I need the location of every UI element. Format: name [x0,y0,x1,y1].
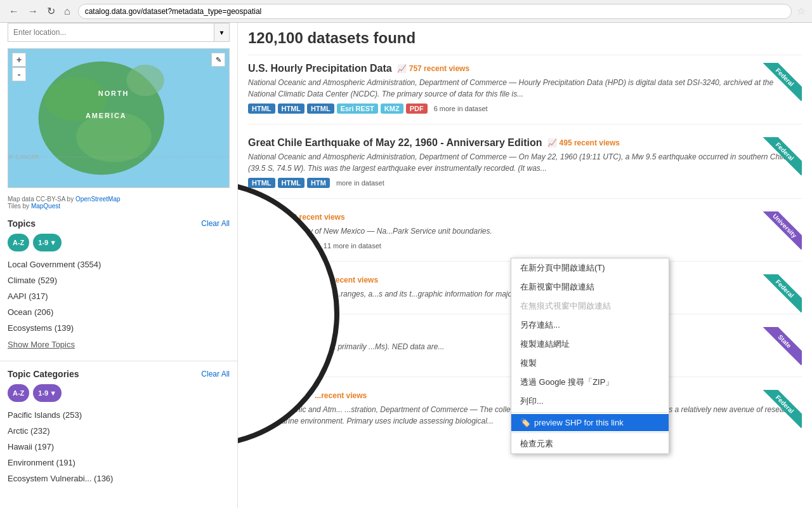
svg-text:NORTH: NORTH [98,90,129,97]
tag-html-1c[interactable]: HTML [307,104,334,114]
recent-views-6: ...recent views [315,391,367,400]
topic-categories-section: Topic Categories Clear All A-Z 1-9 ▼ Pac… [0,364,237,491]
home-button[interactable]: ⌂ [62,4,73,18]
recent-views-1: 📈 757 recent views [397,64,469,73]
tag-html-1a[interactable]: HTML [248,104,275,114]
filter-climate[interactable]: Climate (529) [8,272,230,288]
topics-section: Topics Clear All A-Z 1-9 ▼ Local Governm… [0,213,237,358]
tag-kmz-3[interactable]: KMZ [294,241,317,251]
filter-ecosystems[interactable]: Ecosystems (139) [8,320,230,336]
show-more-topics[interactable]: Show More Topics [8,336,230,353]
browser-controls: ← → ↻ ⌂ [6,4,73,18]
dataset-item-6: Federal Water Colu... ...recent views Na… [248,390,802,441]
trend-icon-4: 📈 [306,276,315,284]
tag-html-3[interactable]: HTM [269,241,292,251]
topics-badge-az[interactable]: A-Z [8,234,29,251]
dataset-link-6[interactable]: Water Colu... [248,390,310,401]
state-ribbon-5: State [761,327,802,365]
dataset-link-3[interactable]: Nati [248,211,267,223]
dataset-desc-5: ...seamless raster product primarily ...… [248,341,802,352]
map-attribution: Map data CC-BY-SA by OpenStreetMap Tiles… [0,194,237,213]
topic-categories-clear-all[interactable]: Clear All [201,370,230,378]
map-controls: + - [12,53,26,81]
tag-html-2c[interactable]: HTM [307,178,330,188]
tag-kmz-1[interactable]: KMZ [381,104,403,114]
dataset-item-3: University Nati 📈 342 recent views ...ce… [248,211,802,262]
back-button[interactable]: ← [6,4,22,18]
dataset-desc-6: National Oceanic and Atm... ...stration,… [248,404,802,427]
filter-aapi[interactable]: AAPI (317) [8,288,230,304]
tag-zip-3[interactable]: ZIP [248,241,266,251]
dataset-link-5[interactable]: Elev... [248,327,277,338]
topics-badge-row: A-Z 1-9 ▼ [8,234,230,251]
filter-ocean[interactable]: Ocean (206) [8,304,230,320]
recent-views-4: 📈 316 recent views [306,276,378,284]
dataset-link-2[interactable]: Great Chile Earthquake of May 22, 1960 -… [248,137,542,149]
dataset-title-3: Nati 📈 342 recent views [248,211,802,223]
mapquest-link[interactable]: MapQuest [31,203,60,210]
federal-badge-1: Federal [757,63,802,107]
map-zoom-out[interactable]: - [12,67,26,81]
filter-environment[interactable]: Environment (191) [8,455,230,471]
topics-filter-list: Local Government (3554) Climate (529) AA… [8,257,230,336]
map-image: NORTH AMERICA OF CANCER + - ✎ [8,49,229,187]
location-dropdown[interactable]: ▼ [214,23,230,42]
filter-pacific-islands[interactable]: Pacific Islands (253) [8,407,230,423]
dataset-link-4[interactable]: ...allation... [248,274,301,286]
tag-more-1: 6 more in dataset [430,104,492,114]
university-ribbon-3: University [761,211,802,250]
trend-icon-3: 📈 [272,213,282,222]
dataset-item-4: Federal ...allation... 📈 316 recent view… [248,274,802,314]
filter-ecosystem-vulnerabi[interactable]: Ecosystem Vulnerabi... (136) [8,471,230,486]
dataset-desc-1: National Oceanic and Atmospheric Adminis… [248,77,802,100]
dataset-link-1[interactable]: U.S. Hourly Precipitation Data [248,63,392,74]
url-text: catalog.data.gov/dataset?metadata_type=g… [85,7,262,16]
dataset-tags-5: HTM [248,356,802,366]
dataset-desc-4: of Defense... ...contains g...ranges, a.… [248,288,802,300]
topics-clear-all[interactable]: Clear All [201,219,230,228]
topic-categories-badge-az[interactable]: A-Z [8,384,29,402]
svg-point-4 [126,65,164,97]
dataset-desc-3: ...center, University of New Mexico — Na… [248,225,802,237]
location-select-container: ▼ [8,23,230,42]
topics-badge-num[interactable]: 1-9 ▼ [33,234,62,251]
results-header: 120,100 datasets found [248,23,802,55]
tag-html-1b[interactable]: HTML [278,104,305,114]
tag-html-2a[interactable]: HTML [248,178,275,188]
address-bar[interactable]: catalog.data.gov/dataset?metadata_type=g… [78,4,792,19]
tag-esrirest-1[interactable]: Esri REST [337,104,378,114]
federal-badge-6: Federal [757,390,802,434]
reload-button[interactable]: ↻ [44,4,58,18]
filter-hawaii[interactable]: Hawaii (197) [8,439,230,455]
location-input[interactable] [8,23,214,42]
dataset-title-6: Water Colu... ...recent views [248,390,802,401]
dataset-title-4: ...allation... 📈 316 recent views [248,274,802,286]
chevron-down-icon: ▼ [49,239,56,246]
openstreetmap-link[interactable]: OpenStreetMap [75,196,121,203]
main-layout: ▼ NORTH AMERICA OF CANCER [0,23,812,508]
tag-html-2b[interactable]: HTML [278,178,305,188]
state-badge-5: State [757,327,802,371]
map-edit-button[interactable]: ✎ [211,53,225,67]
filter-arctic[interactable]: Arctic (232) [8,423,230,439]
bookmark-button[interactable]: ☆ [797,5,806,17]
topic-categories-badge-num[interactable]: 1-9 ▼ [33,384,62,402]
federal-badge-2: Federal [757,137,802,182]
dataset-tags-2: HTML HTML HTM more in dataset [248,178,802,188]
federal-ribbon-2: Federal [761,137,802,175]
dataset-title-5: Elev... [248,327,802,338]
forward-button[interactable]: → [25,4,41,18]
sidebar: ▼ NORTH AMERICA OF CANCER [0,23,238,508]
dataset-title-2: Great Chile Earthquake of May 22, 1960 -… [248,137,802,149]
university-badge-3: University [757,211,802,256]
filter-local-government[interactable]: Local Government (3554) [8,257,230,272]
trend-icon-2: 📈 [547,138,557,147]
tag-pdf-1[interactable]: PDF [406,104,428,114]
tag-more-3: 11 more in dataset [320,241,385,251]
map-zoom-in[interactable]: + [12,53,26,67]
federal-badge-4: Federal [757,274,802,319]
map-container: NORTH AMERICA OF CANCER + - ✎ [8,48,230,188]
tag-htm-5[interactable]: HTM [248,356,271,366]
federal-ribbon-6: Federal [761,390,802,428]
recent-views-2: 📈 495 recent views [547,138,620,147]
